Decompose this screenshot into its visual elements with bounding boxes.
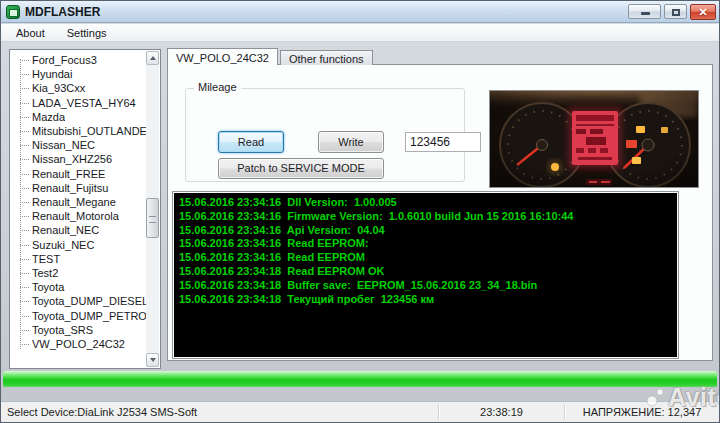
minimize-button[interactable] xyxy=(628,4,661,19)
mileage-group-label: Mileage xyxy=(194,81,241,93)
status-device: Select Device:DiaLink J2534 SMS-Soft xyxy=(7,402,197,422)
vehicle-list-item[interactable]: Toyota_DUMP_DIESEL xyxy=(20,294,160,308)
tab-page-vw-polo: Mileage Read Write Patch to SERVICE MODE xyxy=(167,64,713,361)
tab-strip: VW_POLO_24C32 Other functions xyxy=(167,48,373,65)
vehicle-list-item[interactable]: Renault_Fujitsu xyxy=(20,181,160,195)
status-voltage: НАПРЯЖЕНИЕ: 12,347 xyxy=(571,402,713,422)
log-console[interactable]: 15.06.2016 23:34:16 Dll Version: 1.00.00… xyxy=(172,191,679,359)
vehicle-list-item[interactable]: Suzuki_NEC xyxy=(20,238,160,252)
minimize-icon xyxy=(641,12,650,15)
tab-vw-polo-24c32[interactable]: VW_POLO_24C32 xyxy=(167,48,278,65)
status-time: 23:38:19 xyxy=(439,402,564,422)
vehicle-list-item[interactable]: Ford_Focus3 xyxy=(20,53,160,67)
log-line: 15.06.2016 23:34:16 Api Version: 04.04 xyxy=(179,224,672,238)
read-button[interactable]: Read xyxy=(218,131,284,153)
log-line: 15.06.2016 23:34:18 Текущий пробег 12345… xyxy=(179,293,672,307)
maximize-icon xyxy=(672,9,680,16)
log-output: 15.06.2016 23:34:16 Dll Version: 1.00.00… xyxy=(174,193,677,357)
arrow-up-icon xyxy=(150,56,156,60)
vehicle-list-item[interactable]: TEST xyxy=(20,252,160,266)
vehicle-listbox[interactable]: Ford_Focus3 Hyundai Kia_93Cxx LADA_VESTA… xyxy=(9,49,161,369)
vehicle-list-item[interactable]: Toyota_DUMP_PETROL xyxy=(20,309,160,323)
vehicle-list-item[interactable]: Nissan_XHZ256 xyxy=(20,152,160,166)
title-bar[interactable]: MDFLASHER ✕ xyxy=(1,1,719,23)
log-line: 15.06.2016 23:34:16 Firmware Version: 1.… xyxy=(179,210,672,224)
log-line: 15.06.2016 23:34:18 Read EEPROM OK xyxy=(179,265,672,279)
log-line: 15.06.2016 23:34:16 Read EEPROM xyxy=(179,251,672,265)
menu-bar: About Settings xyxy=(1,24,719,42)
menu-about[interactable]: About xyxy=(7,26,54,40)
close-icon: ✕ xyxy=(691,5,715,19)
vehicle-list-item[interactable]: Mitsubishi_OUTLANDER xyxy=(20,124,160,138)
vehicle-tree: Ford_Focus3 Hyundai Kia_93Cxx LADA_VESTA… xyxy=(10,50,160,351)
vehicle-list-item[interactable]: Mazda xyxy=(20,110,160,124)
vehicle-list-item[interactable]: Hyundai xyxy=(20,67,160,81)
vehicle-list-item[interactable]: Kia_93Cxx xyxy=(20,81,160,95)
vehicle-list-item[interactable]: Renault_FREE xyxy=(20,167,160,181)
vehicle-list-item[interactable]: Toyota_SRS xyxy=(20,323,160,337)
vehicle-list-scrollbar[interactable] xyxy=(146,51,159,367)
vehicle-list-item[interactable]: Test2 xyxy=(20,266,160,280)
vehicle-list-item[interactable]: Nissan_NEC xyxy=(20,138,160,152)
vehicle-list-item[interactable]: LADA_VESTA_HY64 xyxy=(20,96,160,110)
progress-fill xyxy=(3,371,717,387)
scroll-up-button[interactable] xyxy=(146,51,159,65)
mileage-groupbox: Mileage Read Write Patch to SERVICE MODE xyxy=(185,88,465,182)
vehicle-list-item[interactable]: Renault_NEC xyxy=(20,223,160,237)
log-line: 15.06.2016 23:34:16 Dll Version: 1.00.00… xyxy=(179,196,672,210)
arrow-down-icon xyxy=(150,358,156,362)
mdflasher-window: MDFLASHER ✕ About Settings Ford_Focus3 H… xyxy=(0,0,720,423)
log-line: 15.06.2016 23:34:18 Buffer save: EEPROM_… xyxy=(179,279,672,293)
status-separator xyxy=(564,405,565,419)
menu-settings[interactable]: Settings xyxy=(58,26,116,40)
log-line: 15.06.2016 23:34:16 Read EEPROM: xyxy=(179,237,672,251)
vehicle-list-item[interactable]: VW_POLO_24C32 xyxy=(20,337,160,351)
instrument-cluster-photo xyxy=(489,90,699,188)
vehicle-list-item[interactable]: Renault_Megane xyxy=(20,195,160,209)
progress-bar xyxy=(3,371,717,387)
vehicle-list-item[interactable]: Renault_Motorola xyxy=(20,209,160,223)
mileage-input[interactable] xyxy=(405,132,481,152)
patch-service-mode-button[interactable]: Patch to SERVICE MODE xyxy=(218,158,384,179)
maximize-button[interactable] xyxy=(664,4,687,19)
app-icon xyxy=(6,5,20,19)
window-title: MDFLASHER xyxy=(25,1,100,23)
scroll-thumb[interactable] xyxy=(146,198,159,238)
write-button[interactable]: Write xyxy=(318,131,384,153)
close-button[interactable]: ✕ xyxy=(690,4,716,20)
vehicle-list-item[interactable]: Toyota xyxy=(20,280,160,294)
tab-other-functions[interactable]: Other functions xyxy=(280,50,373,65)
status-bar: Select Device:DiaLink J2534 SMS-Soft 23:… xyxy=(1,401,719,422)
scroll-down-button[interactable] xyxy=(146,353,159,367)
